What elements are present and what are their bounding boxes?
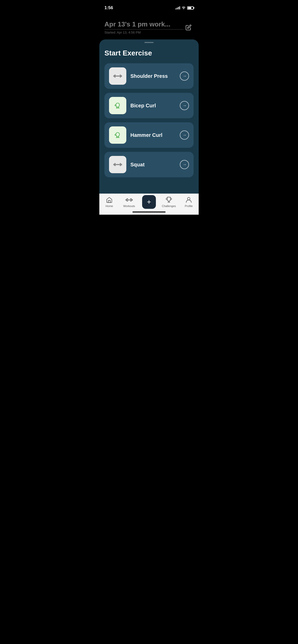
- status-icons: [175, 6, 194, 10]
- arrow-right-icon: →: [183, 74, 187, 78]
- battery-icon: [187, 6, 194, 10]
- signal-icon: [175, 6, 180, 9]
- hammer-curl-label: Hammer Curl: [130, 132, 176, 138]
- svg-rect-9: [121, 164, 122, 165]
- squat-label: Squat: [130, 162, 176, 168]
- shoulder-press-icon-wrapper: [109, 67, 126, 85]
- status-time: 1:56: [104, 5, 113, 10]
- exercise-card-hammer-curl[interactable]: Hammer Curl →: [104, 122, 194, 148]
- nav-workouts-label: Workouts: [123, 204, 135, 208]
- bicep-curl-label: Bicep Curl: [130, 103, 176, 109]
- nav-item-profile[interactable]: Profile: [181, 196, 196, 208]
- nav-item-home[interactable]: Home: [102, 196, 117, 208]
- svg-rect-7: [116, 164, 120, 165]
- workout-title-bar: Apr 13's 1 pm work... Started: Apr 13, 4…: [99, 13, 199, 37]
- plus-icon: +: [147, 198, 151, 206]
- workout-title: Apr 13's 1 pm work...: [104, 20, 183, 30]
- hammer-curl-icon-wrapper: [109, 126, 126, 144]
- nav-home-label: Home: [105, 204, 113, 208]
- bicep-curl-arrow: →: [180, 101, 189, 110]
- nav-item-challenges[interactable]: Challenges: [161, 196, 177, 208]
- squat-icon-wrapper: [109, 156, 126, 173]
- home-indicator: [132, 211, 166, 213]
- arrow-right-icon: →: [183, 162, 187, 167]
- section-title: Start Exercise: [104, 49, 194, 57]
- svg-rect-4: [121, 75, 122, 77]
- shoulder-press-label: Shoulder Press: [130, 73, 176, 79]
- arrow-right-icon: →: [183, 103, 187, 108]
- add-button[interactable]: +: [142, 195, 156, 209]
- squat-arrow: →: [180, 160, 189, 169]
- svg-rect-6: [114, 163, 116, 166]
- exercise-card-squat[interactable]: Squat →: [104, 152, 194, 177]
- nav-item-workouts[interactable]: Workouts: [121, 196, 137, 208]
- wifi-icon: [182, 6, 186, 10]
- workout-subtitle: Started: Apr 13, 4:56 PM: [104, 31, 183, 34]
- hammer-curl-arrow: →: [180, 130, 189, 140]
- nav-item-add[interactable]: +: [141, 196, 157, 209]
- exercise-card-shoulder-press[interactable]: Shoulder Press →: [104, 63, 194, 89]
- exercise-card-bicep-curl[interactable]: Bicep Curl →: [104, 93, 194, 118]
- main-panel: Start Exercise Shoulder Press →: [99, 39, 199, 194]
- bicep-curl-icon-wrapper: [109, 97, 126, 114]
- svg-rect-2: [116, 76, 120, 77]
- panel-content: Start Exercise Shoulder Press →: [99, 43, 199, 186]
- edit-button[interactable]: [183, 22, 194, 33]
- workout-title-section: Apr 13's 1 pm work... Started: Apr 13, 4…: [104, 20, 183, 34]
- shoulder-press-arrow: →: [180, 71, 189, 81]
- status-bar: 1:56: [99, 0, 199, 13]
- arrow-right-icon: →: [183, 133, 187, 137]
- nav-profile-label: Profile: [185, 204, 193, 208]
- svg-point-17: [187, 197, 190, 200]
- svg-rect-1: [114, 75, 116, 78]
- nav-challenges-label: Challenges: [162, 204, 176, 208]
